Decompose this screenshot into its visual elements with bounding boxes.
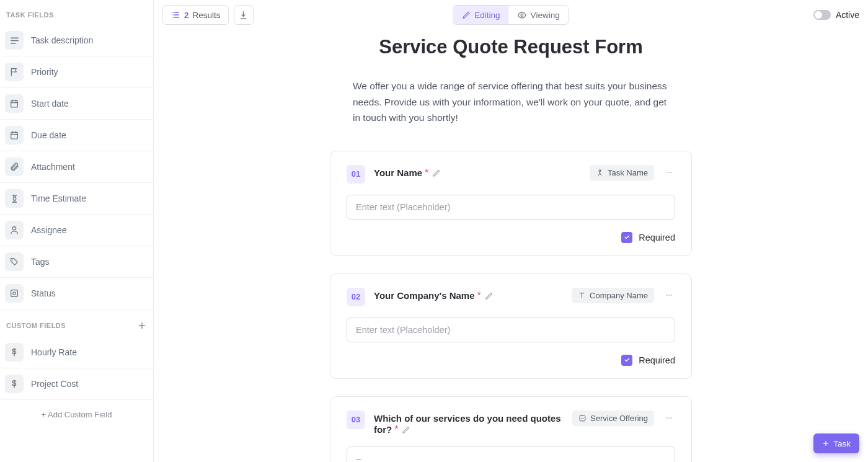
question-number: 03 (347, 411, 365, 429)
calendar-icon (5, 126, 24, 144)
svg-rect-0 (11, 100, 18, 107)
required-star: * (425, 167, 428, 178)
pencil-icon[interactable] (432, 169, 441, 177)
svg-rect-4 (11, 290, 18, 297)
sidebar-item-label: Attachment (31, 162, 75, 172)
required-label: Required (639, 355, 675, 365)
tag-icon (5, 252, 24, 271)
task-field-assignee[interactable]: Assignee (0, 215, 153, 246)
text-icon (578, 291, 586, 300)
results-button[interactable]: 2 Results (162, 5, 229, 25)
download-icon (239, 11, 248, 20)
description-icon (5, 31, 24, 50)
custom-fields-header-label: CUSTOM FIELDS (6, 322, 66, 329)
task-fields-header-label: TASK FIELDS (6, 11, 54, 19)
svg-point-16 (668, 417, 670, 419)
svg-point-13 (671, 295, 672, 296)
sidebar-item-label: Priority (31, 67, 58, 77)
editing-mode-button[interactable]: Editing (453, 6, 508, 24)
add-custom-field-button[interactable]: + Add Custom Field (0, 400, 153, 429)
sidebar-item-label: Due date (31, 130, 66, 140)
dollar-icon (5, 375, 24, 393)
more-icon[interactable] (663, 288, 675, 303)
required-checkbox[interactable] (621, 232, 632, 243)
dropdown-icon (578, 414, 587, 422)
required-checkbox[interactable] (621, 355, 632, 366)
custom-field-project-cost[interactable]: Project Cost (0, 368, 153, 400)
eye-icon (518, 11, 527, 20)
viewing-mode-button[interactable]: Viewing (509, 6, 569, 24)
paperclip-icon (5, 158, 24, 176)
required-star: * (394, 424, 398, 435)
results-count: 2 (184, 11, 189, 20)
task-field-attachment[interactable]: Attachment (0, 151, 153, 183)
svg-point-17 (671, 417, 672, 419)
editing-label: Editing (474, 11, 500, 20)
question-card-02[interactable]: 02Your Company's Name*Company NameRequir… (330, 273, 692, 379)
active-label: Active (836, 10, 859, 20)
more-icon[interactable] (663, 165, 675, 180)
sidebar-item-label: Tags (31, 257, 50, 267)
svg-point-9 (668, 172, 670, 173)
required-label: Required (639, 233, 675, 242)
required-star: * (477, 290, 481, 301)
svg-point-8 (666, 172, 668, 173)
dollar-icon (5, 343, 24, 362)
pencil-icon (462, 11, 471, 19)
question-select[interactable]: – (347, 446, 675, 462)
calendar-icon (5, 94, 24, 113)
sidebar-item-label: Project Cost (31, 379, 78, 389)
field-mapping-badge[interactable]: Service Offering (572, 411, 654, 426)
question-input[interactable] (347, 195, 675, 220)
download-button[interactable] (234, 5, 254, 25)
question-number: 01 (347, 165, 365, 184)
sidebar-item-label: Hourly Rate (31, 347, 77, 357)
task-field-start-date[interactable]: Start date (0, 88, 153, 120)
field-mapping-badge[interactable]: Task Name (590, 165, 654, 180)
task-field-priority[interactable]: Priority (0, 56, 153, 88)
new-task-button[interactable]: Task (813, 433, 859, 453)
flag-icon (5, 63, 24, 81)
form-description[interactable]: We offer you a wide range of service off… (347, 78, 675, 126)
more-icon[interactable] (663, 411, 675, 425)
svg-rect-14 (580, 415, 585, 421)
svg-point-2 (12, 227, 16, 230)
question-card-03[interactable]: 03Which of our services do you need quot… (330, 396, 692, 462)
svg-point-6 (521, 14, 523, 16)
svg-point-10 (671, 172, 672, 173)
task-field-status[interactable]: Status (0, 278, 153, 309)
question-input[interactable] (347, 318, 675, 342)
task-fields-header: TASK FIELDS (0, 0, 153, 25)
question-card-01[interactable]: 01Your Name*Task NameRequired (330, 151, 692, 256)
pencil-icon[interactable] (402, 425, 410, 434)
topbar: 2 Results Editing Viewing Active (154, 0, 868, 30)
custom-fields-header: CUSTOM FIELDS (0, 309, 153, 337)
sidebar-item-label: Time Estimate (31, 193, 86, 203)
sidebar-item-label: Task description (31, 35, 93, 45)
task-fab-label: Task (833, 439, 851, 448)
svg-rect-1 (11, 132, 18, 139)
task-field-time-estimate[interactable]: Time Estimate (0, 183, 153, 215)
mode-toggle: Editing Viewing (453, 5, 569, 25)
task-icon (596, 169, 604, 177)
custom-field-hourly-rate[interactable]: Hourly Rate (0, 337, 153, 368)
task-field-tags[interactable]: Tags (0, 246, 153, 278)
task-field-task-description[interactable]: Task description (0, 25, 153, 56)
active-toggle[interactable] (813, 10, 831, 20)
sidebar: TASK FIELDS Task descriptionPriorityStar… (0, 0, 154, 462)
svg-point-15 (666, 417, 668, 419)
pencil-icon[interactable] (485, 291, 494, 300)
sidebar-item-label: Start date (31, 99, 69, 109)
plus-icon (822, 440, 830, 447)
main-content: Service Quote Request Form We offer you … (154, 30, 868, 462)
add-custom-field-icon[interactable] (137, 321, 147, 331)
sidebar-item-label: Status (31, 288, 56, 298)
question-title[interactable]: Your Name (374, 167, 422, 178)
field-mapping-label: Task Name (608, 168, 648, 177)
task-field-due-date[interactable]: Due date (0, 120, 153, 151)
form-title[interactable]: Service Quote Request Form (154, 36, 868, 58)
field-mapping-badge[interactable]: Company Name (572, 288, 654, 303)
status-icon (5, 284, 24, 303)
svg-rect-5 (13, 292, 16, 295)
question-title[interactable]: Your Company's Name (374, 290, 475, 301)
